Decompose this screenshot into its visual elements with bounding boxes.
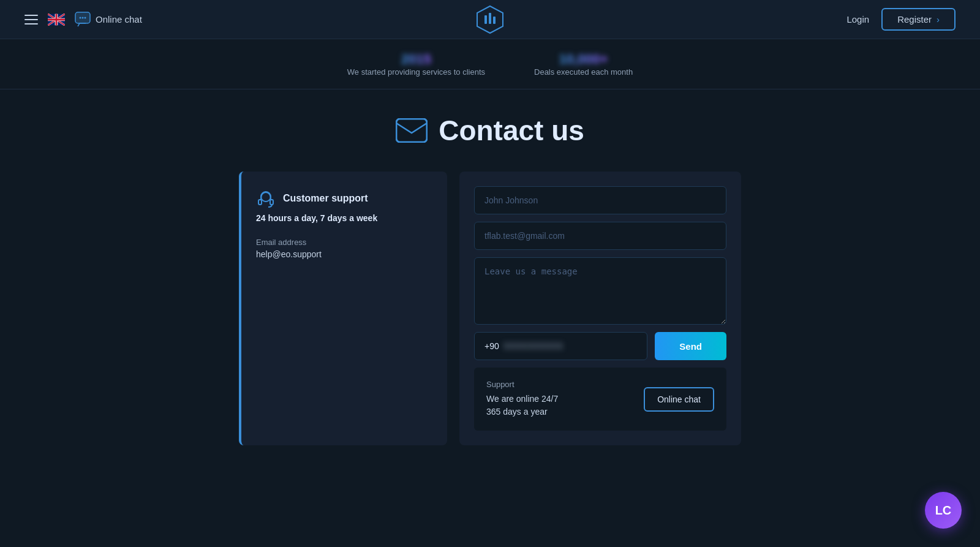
hamburger-button[interactable]	[24, 15, 38, 25]
message-textarea[interactable]	[474, 257, 726, 325]
headset-icon	[256, 189, 276, 208]
nav-left: Online chat	[24, 12, 142, 28]
chat-bubble-icon	[75, 12, 91, 28]
support-title: Customer support	[283, 193, 368, 204]
page-title-section: Contact us	[396, 114, 584, 147]
online-chat-button[interactable]: Online chat	[644, 387, 714, 412]
support-header: Customer support	[256, 189, 432, 208]
stat-label-deals: Deals executed each month	[534, 67, 633, 77]
stat-item-services: 2015 We started providing services to cl…	[347, 51, 485, 77]
stat-number-services: 2015	[401, 51, 431, 67]
navbar: Online chat Login Register ›	[0, 0, 980, 39]
avatar-initials: LC	[935, 504, 952, 518]
email-value: help@eo.support	[256, 249, 432, 259]
name-input[interactable]	[474, 186, 726, 214]
register-button[interactable]: Register ›	[881, 8, 956, 31]
svg-rect-6	[484, 15, 487, 24]
support-online-text: We are online 24/7 365 days a year	[486, 393, 558, 418]
phone-prefix: +90	[484, 341, 499, 351]
left-panel: Customer support 24 hours a day, 7 days …	[239, 172, 447, 445]
main-content: Contact us Customer support 24 hours a d…	[0, 89, 980, 470]
phone-number: 5555555555	[504, 341, 564, 351]
svg-rect-12	[270, 200, 273, 205]
language-flag[interactable]	[48, 13, 65, 26]
svg-rect-11	[258, 200, 262, 205]
support-online-box: Support We are online 24/7 365 days a ye…	[474, 368, 726, 431]
svg-point-2	[80, 17, 81, 18]
svg-point-3	[82, 17, 84, 18]
mail-icon	[396, 118, 428, 143]
email-input[interactable]	[474, 222, 726, 250]
email-label: Email address	[256, 238, 432, 247]
phone-send-row: +90 5555555555 Send	[474, 332, 726, 360]
svg-point-4	[85, 17, 86, 18]
support-online-title: Support	[486, 380, 558, 389]
send-button[interactable]: Send	[655, 332, 726, 360]
stat-item-deals: 10,000+ Deals executed each month	[534, 51, 633, 77]
stat-label-services: We started providing services to clients	[347, 67, 485, 77]
svg-rect-7	[489, 13, 491, 24]
online-chat-nav-label: Online chat	[96, 14, 142, 25]
phone-input-wrapper: +90 5555555555	[474, 332, 647, 360]
support-hours: 24 hours a day, 7 days a week	[256, 213, 432, 223]
page-title: Contact us	[439, 114, 584, 147]
floating-avatar[interactable]: LC	[925, 492, 962, 529]
stats-row: 2015 We started providing services to cl…	[0, 39, 980, 89]
logo-icon	[475, 4, 505, 35]
support-online-left: Support We are online 24/7 365 days a ye…	[486, 380, 558, 418]
svg-rect-9	[396, 119, 427, 142]
chevron-right-icon: ›	[937, 14, 940, 25]
stat-number-deals: 10,000+	[559, 51, 608, 67]
online-chat-nav-button[interactable]: Online chat	[75, 12, 142, 28]
login-button[interactable]: Login	[846, 14, 869, 25]
svg-rect-8	[493, 17, 496, 24]
contact-section: Customer support 24 hours a day, 7 days …	[239, 172, 741, 445]
nav-right: Login Register ›	[846, 8, 956, 31]
right-panel: +90 5555555555 Send Support We are onlin…	[459, 172, 741, 445]
nav-logo[interactable]	[475, 4, 505, 35]
